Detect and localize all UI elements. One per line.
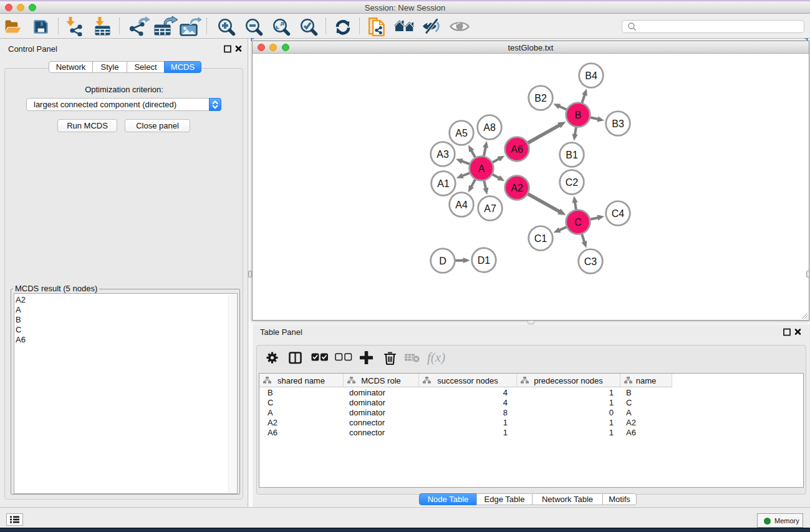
svg-text:A5: A5 — [455, 128, 468, 138]
svg-text:A2: A2 — [511, 183, 523, 193]
svg-text:A1: A1 — [437, 178, 450, 189]
svg-text:A7: A7 — [484, 203, 496, 214]
svg-text:C: C — [574, 217, 582, 228]
svg-text:D: D — [439, 256, 446, 266]
svg-text:A3: A3 — [436, 149, 449, 160]
svg-text:C4: C4 — [612, 208, 625, 219]
svg-text:C3: C3 — [584, 256, 597, 267]
svg-text:A8: A8 — [483, 122, 496, 133]
svg-text:B3: B3 — [612, 118, 624, 129]
svg-text:A6: A6 — [511, 144, 523, 155]
svg-text:B4: B4 — [585, 70, 597, 81]
svg-text:A4: A4 — [455, 200, 468, 210]
svg-text:B2: B2 — [534, 93, 547, 104]
svg-text:B1: B1 — [566, 150, 578, 160]
svg-text:D1: D1 — [478, 255, 491, 266]
svg-text:B: B — [575, 110, 582, 120]
svg-text:C1: C1 — [534, 233, 547, 244]
svg-text:C2: C2 — [566, 177, 579, 188]
svg-text:A: A — [478, 163, 485, 174]
